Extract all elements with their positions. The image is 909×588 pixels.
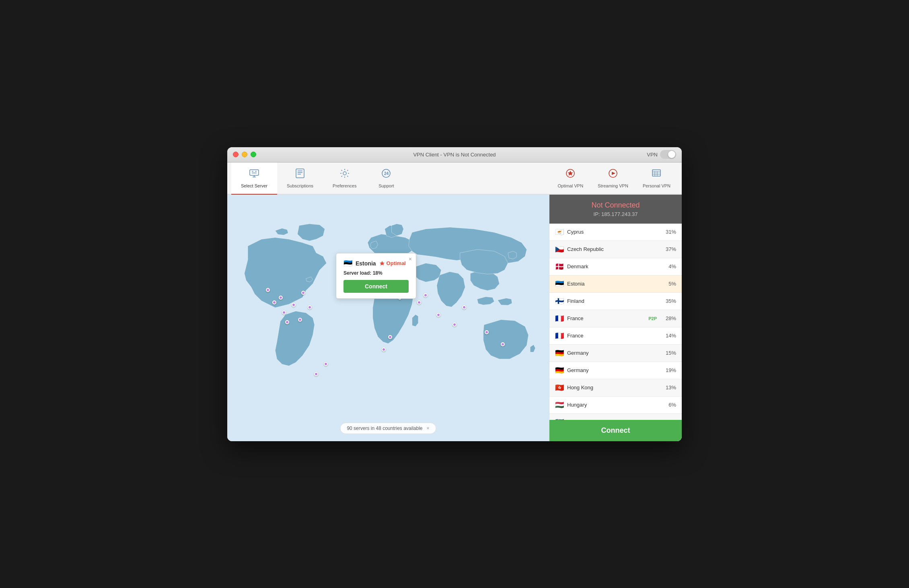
tab-preferences-label: Preferences <box>333 183 356 188</box>
popup-connect-button[interactable]: Connect <box>343 280 409 293</box>
vpn-toggle-label: VPN <box>647 152 658 158</box>
svg-marker-16 <box>612 172 615 175</box>
server-load: 5% <box>662 281 676 287</box>
server-row[interactable]: 🇪🇪 Estonia 5% <box>549 275 682 293</box>
map-dot[interactable] <box>436 313 440 317</box>
tab-select-server-label: Select Server <box>241 183 267 188</box>
tab-select-server[interactable]: Select Server <box>231 162 277 195</box>
vpn-toggle[interactable] <box>660 150 676 159</box>
server-flag: 🇩🇰 <box>555 262 564 271</box>
tab-streaming-vpn[interactable]: Streaming VPN <box>590 162 635 194</box>
popup-flag: 🇪🇪 <box>343 259 352 268</box>
world-map-svg: .land { fill: #7baec8; stroke: white; st… <box>227 195 549 441</box>
server-name: France <box>567 315 645 321</box>
right-panel: Not Connected IP: 185.177.243.37 🇨🇾 Cypr… <box>549 195 682 441</box>
server-load: 15% <box>662 350 676 356</box>
window-title: VPN Client - VPN is Not Connected <box>413 152 496 158</box>
server-row[interactable]: 🇩🇪 Germany 15% <box>549 345 682 362</box>
server-load: 14% <box>662 333 676 339</box>
close-button[interactable] <box>233 152 239 157</box>
server-row[interactable]: 🇩🇰 Denmark 4% <box>549 258 682 275</box>
server-name: Hungary <box>567 402 658 408</box>
server-load: 13% <box>662 384 676 391</box>
server-icon <box>249 168 260 182</box>
server-load: 28% <box>662 315 676 321</box>
server-p2p-badge: P2P <box>648 316 657 321</box>
server-name: France <box>567 333 658 339</box>
server-load: 4% <box>662 263 676 269</box>
tab-bar: Select Server Subscriptions Preference <box>227 162 682 195</box>
server-flag: 🇨🇿 <box>555 245 564 254</box>
map-dot[interactable] <box>301 291 305 295</box>
server-load: 37% <box>662 246 676 252</box>
server-row[interactable]: 🇫🇷 France 14% <box>549 327 682 345</box>
server-row[interactable]: 🇮🇸 Iceland 5% <box>549 414 682 420</box>
tab-subscriptions[interactable]: Subscriptions <box>277 162 323 194</box>
subscriptions-icon <box>294 168 306 182</box>
server-load: 31% <box>662 229 676 235</box>
server-flag: 🇪🇪 <box>555 280 564 288</box>
map-dot[interactable] <box>382 347 386 352</box>
server-row[interactable]: 🇩🇪 Germany 19% <box>549 362 682 379</box>
server-name: Estonia <box>567 281 658 287</box>
server-load: 19% <box>662 367 676 373</box>
map-dot[interactable] <box>279 296 283 300</box>
map-dot[interactable] <box>282 310 286 315</box>
vpn-toggle-area: VPN <box>647 150 676 159</box>
server-name: Denmark <box>567 263 658 269</box>
map-dot[interactable] <box>298 318 302 322</box>
panel-ip-label: IP: 185.177.243.37 <box>553 211 678 217</box>
map-dot[interactable] <box>388 335 392 339</box>
server-load: 35% <box>662 298 676 304</box>
map-dot[interactable] <box>485 330 489 334</box>
main-content: .land { fill: #7baec8; stroke: white; st… <box>227 195 682 441</box>
map-dot[interactable] <box>314 372 318 376</box>
optimal-vpn-icon <box>565 168 576 182</box>
server-flag: 🇭🇰 <box>555 383 564 392</box>
server-row[interactable]: 🇫🇮 Finland 35% <box>549 293 682 310</box>
server-name: Germany <box>567 350 658 356</box>
panel-connect-button[interactable]: Connect <box>549 420 682 441</box>
status-close-button[interactable]: × <box>427 426 430 431</box>
title-bar: VPN Client - VPN is Not Connected VPN <box>227 147 682 162</box>
server-row[interactable]: 🇭🇺 Hungary 6% <box>549 397 682 414</box>
svg-marker-14 <box>568 171 573 175</box>
estonia-popup: × 🇪🇪 Estonia Optimal Server load: 18% Co… <box>336 253 416 299</box>
map-dot[interactable] <box>424 293 428 297</box>
popup-title-row: 🇪🇪 Estonia Optimal <box>343 259 409 268</box>
svg-rect-6 <box>296 169 304 178</box>
server-row[interactable]: 🇭🇰 Hong Kong 13% <box>549 379 682 397</box>
server-row[interactable]: 🇨🇿 Czech Republic 37% <box>549 241 682 258</box>
status-bar: 90 servers in 48 countries available × <box>340 423 436 434</box>
server-flag: 🇩🇪 <box>555 349 564 358</box>
personal-vpn-icon <box>651 168 662 182</box>
server-name: Cyprus <box>567 229 658 235</box>
tab-right-items: Optimal VPN Streaming VPN <box>551 162 678 194</box>
server-row[interactable]: 🇨🇾 Cyprus 31% <box>549 224 682 241</box>
panel-status-label: Not Connected <box>553 201 678 210</box>
svg-point-10 <box>343 172 346 175</box>
server-list[interactable]: 🇨🇾 Cyprus 31% 🇨🇿 Czech Republic 37% 🇩🇰 D… <box>549 224 682 420</box>
tab-support-label: Support <box>378 183 394 188</box>
server-flag: 🇩🇪 <box>555 366 564 375</box>
tab-personal-vpn[interactable]: Personal VPN <box>635 162 678 194</box>
preferences-icon <box>339 168 350 182</box>
tab-support[interactable]: 24 Support <box>366 162 406 194</box>
minimize-button[interactable] <box>242 152 247 157</box>
tab-preferences[interactable]: Preferences <box>323 162 366 194</box>
svg-marker-24 <box>380 261 385 265</box>
status-text: 90 servers in 48 countries available <box>347 426 422 431</box>
tab-optimal-vpn[interactable]: Optimal VPN <box>551 162 591 194</box>
server-name: Hong Kong <box>567 384 658 391</box>
server-load: 6% <box>662 402 676 408</box>
server-row[interactable]: 🇫🇷 France P2P 28% <box>549 310 682 327</box>
server-flag: 🇭🇺 <box>555 401 564 409</box>
support-icon: 24 <box>380 168 392 182</box>
popup-close-button[interactable]: × <box>409 256 412 262</box>
server-name: Germany <box>567 367 658 373</box>
svg-text:24: 24 <box>384 171 389 176</box>
tab-personal-vpn-label: Personal VPN <box>643 183 670 188</box>
server-name: Finland <box>567 298 658 304</box>
maximize-button[interactable] <box>251 152 256 157</box>
traffic-lights <box>233 152 256 157</box>
